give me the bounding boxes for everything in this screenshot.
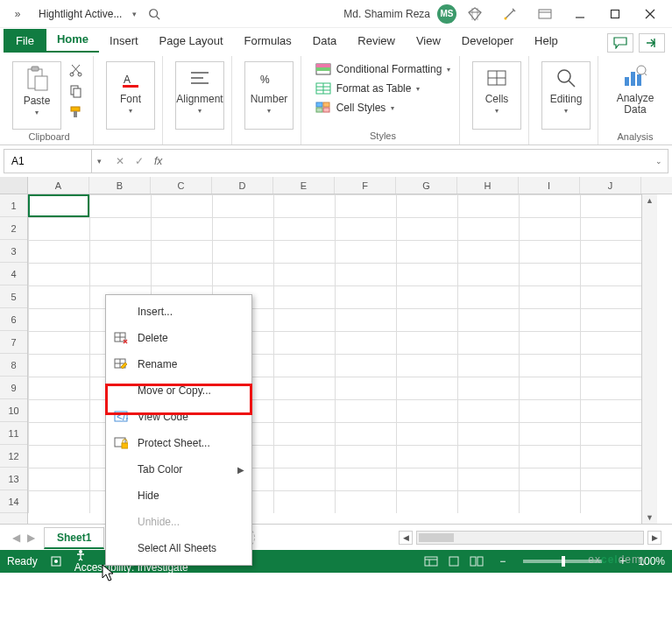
comments-icon[interactable] <box>607 33 633 53</box>
paste-button[interactable]: Paste ▾ <box>12 61 61 130</box>
quick-access-icon[interactable] <box>493 2 527 26</box>
row-header[interactable]: 6 <box>0 308 27 331</box>
col-header[interactable]: F <box>335 177 396 194</box>
cm-tab-color[interactable]: Tab Color▶ <box>106 456 251 483</box>
group-styles: Conditional Formatting▾ Format as Table▾… <box>307 56 460 144</box>
row-header[interactable]: 10 <box>0 399 27 422</box>
col-header[interactable]: H <box>457 177 519 194</box>
hscroll-left-icon[interactable]: ◀ <box>399 531 413 545</box>
row-header[interactable]: 7 <box>0 331 27 354</box>
format-painter-icon[interactable] <box>67 103 86 121</box>
col-header[interactable]: A <box>28 177 89 194</box>
ribbon-display-icon[interactable] <box>528 2 562 26</box>
alignment-button[interactable]: Alignment ▾ <box>175 61 224 130</box>
tab-scroll-right-icon[interactable]: ▶ <box>27 532 35 544</box>
search-icon[interactable] <box>142 4 166 25</box>
cm-view-code[interactable]: </>View Code <box>106 404 251 430</box>
cm-rename[interactable]: Rename <box>106 351 251 377</box>
row-header[interactable]: 8 <box>0 354 27 377</box>
more-commands-icon[interactable]: » <box>5 4 30 25</box>
insert-function-icon[interactable]: fx <box>154 155 162 167</box>
user-avatar[interactable]: MS <box>437 4 456 24</box>
zoom-out-icon[interactable]: − <box>499 555 506 567</box>
tab-developer[interactable]: Developer <box>451 29 524 53</box>
svg-point-51 <box>54 560 58 563</box>
select-all-corner[interactable] <box>0 177 28 194</box>
row-header[interactable]: 11 <box>0 422 27 445</box>
col-header[interactable]: J <box>580 177 641 194</box>
active-cell <box>28 194 89 217</box>
macro-record-icon[interactable] <box>50 555 62 567</box>
expand-formula-bar-icon[interactable]: ⌄ <box>650 157 668 166</box>
tab-home[interactable]: Home <box>46 27 99 53</box>
cells-button[interactable]: Cells ▾ <box>472 61 521 130</box>
vertical-scrollbar[interactable]: ▲▼ <box>641 194 657 524</box>
cm-protect-sheet[interactable]: Protect Sheet... <box>106 430 251 456</box>
submenu-arrow-icon: ▶ <box>237 465 244 475</box>
col-header[interactable]: B <box>89 177 151 194</box>
row-header[interactable]: 14 <box>0 490 27 513</box>
cm-select-all-sheets[interactable]: Select All Sheets <box>106 535 251 561</box>
tab-insert[interactable]: Insert <box>99 29 149 53</box>
col-header[interactable]: I <box>519 177 580 194</box>
tab-page-layout[interactable]: Page Layout <box>149 29 234 53</box>
row-header[interactable]: 13 <box>0 468 27 490</box>
tab-data[interactable]: Data <box>302 29 347 53</box>
cm-move-copy[interactable]: Move or Copy... <box>106 377 251 404</box>
share-icon[interactable] <box>639 33 665 53</box>
row-header[interactable]: 5 <box>0 285 27 308</box>
number-button[interactable]: % Number ▾ <box>244 61 294 130</box>
workbook-dropdown-icon[interactable]: ▾ <box>132 10 137 18</box>
format-as-table-button[interactable]: Format as Table▾ <box>315 81 421 96</box>
row-header[interactable]: 1 <box>0 194 27 217</box>
conditional-formatting-button[interactable]: Conditional Formatting▾ <box>315 61 451 77</box>
workbook-name[interactable]: Hightlight Active... <box>35 8 125 20</box>
col-header[interactable]: E <box>273 177 335 194</box>
row-header[interactable]: 4 <box>0 263 27 285</box>
sheet-tab[interactable]: Sheet1 <box>44 527 104 549</box>
row-header[interactable]: 2 <box>0 217 27 240</box>
hscroll-right-icon[interactable]: ▶ <box>647 531 661 545</box>
editing-button[interactable]: Editing ▾ <box>541 61 591 130</box>
analyze-data-button[interactable]: Analyze Data <box>611 61 660 130</box>
cm-insert[interactable]: Insert... <box>106 299 251 325</box>
copy-icon[interactable] <box>67 82 86 100</box>
row-header[interactable]: 9 <box>0 377 27 399</box>
svg-rect-36 <box>316 102 322 107</box>
normal-view-icon[interactable] <box>421 553 442 569</box>
cancel-formula-icon[interactable]: ✕ <box>116 155 124 167</box>
tab-view[interactable]: View <box>406 29 451 53</box>
close-button[interactable] <box>633 2 667 26</box>
tab-scroll-left-icon[interactable]: ◀ <box>12 532 20 544</box>
horizontal-scrollbar[interactable] <box>416 531 644 545</box>
name-box[interactable]: A1 <box>4 150 92 173</box>
diamond-icon[interactable] <box>458 2 492 26</box>
user-name[interactable]: Md. Shamim Reza <box>343 8 435 20</box>
maximize-button[interactable] <box>598 2 632 26</box>
tab-file[interactable]: File <box>4 29 46 53</box>
cm-delete[interactable]: Delete <box>106 325 251 351</box>
cell-styles-button[interactable]: Cell Styles▾ <box>315 100 395 116</box>
font-button[interactable]: A Font ▾ <box>106 61 155 130</box>
svg-rect-6 <box>539 10 551 18</box>
row-header[interactable]: 12 <box>0 445 27 468</box>
tab-help[interactable]: Help <box>524 29 569 53</box>
tab-review[interactable]: Review <box>347 29 406 53</box>
watermark: exceldemy <box>588 552 647 566</box>
page-break-view-icon[interactable] <box>466 553 487 569</box>
col-header[interactable]: G <box>396 177 457 194</box>
tab-formulas[interactable]: Formulas <box>234 29 302 53</box>
cut-icon[interactable] <box>67 61 86 79</box>
ribbon: Paste ▾ Clipboard A Font ▾ Alignment <box>0 53 672 145</box>
minimize-button[interactable] <box>563 2 597 26</box>
enter-formula-icon[interactable]: ✓ <box>135 155 144 167</box>
svg-point-43 <box>558 70 570 82</box>
page-layout-view-icon[interactable] <box>443 553 464 569</box>
svg-rect-38 <box>316 108 322 112</box>
svg-rect-37 <box>323 102 329 107</box>
row-header[interactable]: 3 <box>0 240 27 263</box>
name-box-dropdown-icon[interactable]: ▾ <box>92 157 107 166</box>
col-header[interactable]: C <box>151 177 212 194</box>
col-header[interactable]: D <box>212 177 273 194</box>
cm-hide[interactable]: Hide <box>106 483 251 509</box>
